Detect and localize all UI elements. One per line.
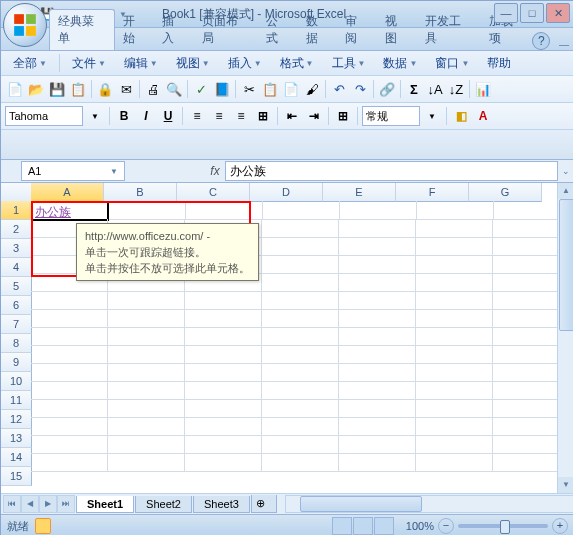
sheet-tab-2[interactable]: Sheet2 [135, 496, 192, 513]
cell[interactable] [108, 345, 185, 364]
name-box[interactable]: A1▼ [21, 161, 125, 181]
macro-record-icon[interactable] [35, 518, 51, 534]
font-color-icon[interactable]: A [473, 106, 493, 126]
menu-view[interactable]: 视图▼ [168, 53, 218, 74]
vscroll-thumb[interactable] [559, 199, 573, 331]
cell[interactable] [185, 363, 262, 382]
underline-button[interactable]: U [158, 106, 178, 126]
cell[interactable] [416, 435, 493, 454]
zoom-out-icon[interactable]: − [438, 518, 454, 534]
merge-icon[interactable]: ⊞ [253, 106, 273, 126]
cell[interactable] [339, 345, 416, 364]
new-icon[interactable]: 📄 [5, 79, 25, 99]
cell[interactable] [339, 273, 416, 292]
print-icon[interactable]: 🖨 [143, 79, 163, 99]
cell[interactable] [31, 399, 108, 418]
research-icon[interactable]: 📘 [212, 79, 232, 99]
menu-file[interactable]: 文件▼ [64, 53, 114, 74]
cell[interactable] [339, 399, 416, 418]
col-header-g[interactable]: G [469, 183, 542, 202]
cell[interactable] [108, 309, 185, 328]
minimize-button[interactable]: — [494, 3, 518, 23]
cell[interactable] [263, 201, 340, 220]
cell[interactable] [31, 291, 108, 310]
tab-review[interactable]: 审阅 [337, 10, 377, 50]
undo-icon[interactable]: ↶ [329, 79, 349, 99]
col-header-b[interactable]: B [104, 183, 177, 202]
row-header-11[interactable]: 11 [1, 391, 32, 410]
tab-home[interactable]: 开始 [115, 10, 155, 50]
cell[interactable] [262, 435, 339, 454]
cell-a1[interactable]: 办公族 [31, 201, 109, 221]
cell[interactable] [262, 381, 339, 400]
cell[interactable] [262, 237, 339, 256]
cell[interactable] [417, 201, 494, 220]
row-header-13[interactable]: 13 [1, 429, 32, 448]
cell[interactable] [185, 417, 262, 436]
row-header-8[interactable]: 8 [1, 334, 32, 353]
cell[interactable] [416, 255, 493, 274]
cell[interactable] [262, 417, 339, 436]
zoom-level[interactable]: 100% [406, 520, 434, 532]
menu-format[interactable]: 格式▼ [272, 53, 322, 74]
menu-insert[interactable]: 插入▼ [220, 53, 270, 74]
new-sheet-icon[interactable]: ⊕ [251, 495, 277, 513]
fill-color-icon[interactable]: ◧ [451, 106, 471, 126]
format-painter-icon[interactable]: 🖌 [302, 79, 322, 99]
preview-icon[interactable]: 🔍 [164, 79, 184, 99]
save-icon[interactable]: 💾 [47, 79, 67, 99]
cell[interactable] [262, 399, 339, 418]
cell[interactable] [339, 219, 416, 238]
autosum-icon[interactable]: Σ [404, 79, 424, 99]
cell[interactable] [416, 309, 493, 328]
col-header-a[interactable]: A [31, 183, 104, 203]
cell[interactable] [262, 309, 339, 328]
page-layout-view-icon[interactable] [353, 517, 373, 535]
align-right-icon[interactable]: ≡ [231, 106, 251, 126]
cell[interactable] [108, 399, 185, 418]
cell[interactable] [185, 381, 262, 400]
cell[interactable] [416, 453, 493, 472]
format-dropdown-icon[interactable]: ▼ [422, 106, 442, 126]
cell[interactable] [339, 255, 416, 274]
horizontal-scrollbar[interactable] [285, 495, 573, 513]
scroll-up-icon[interactable]: ▲ [558, 183, 573, 199]
cell[interactable] [416, 363, 493, 382]
col-header-e[interactable]: E [323, 183, 396, 202]
cell[interactable] [416, 381, 493, 400]
zoom-in-icon[interactable]: + [552, 518, 568, 534]
cell[interactable] [416, 219, 493, 238]
maximize-button[interactable]: □ [520, 3, 544, 23]
cell[interactable] [185, 309, 262, 328]
cell[interactable] [416, 237, 493, 256]
vertical-scrollbar[interactable]: ▲ ▼ [557, 183, 573, 493]
paste-icon[interactable]: 📄 [281, 79, 301, 99]
hscroll-thumb[interactable] [300, 496, 422, 512]
row-header-12[interactable]: 12 [1, 410, 32, 429]
hyperlink-a1[interactable]: 办公族 [35, 205, 71, 219]
row-header-2[interactable]: 2 [1, 220, 32, 239]
formula-input[interactable]: 办公族 [225, 161, 558, 181]
cell[interactable] [31, 453, 108, 472]
cell[interactable] [262, 453, 339, 472]
cell[interactable] [416, 399, 493, 418]
col-header-c[interactable]: C [177, 183, 250, 202]
cell[interactable] [416, 291, 493, 310]
office-button[interactable] [3, 3, 47, 47]
indent-increase-icon[interactable]: ⇥ [304, 106, 324, 126]
cell[interactable] [262, 327, 339, 346]
tab-data[interactable]: 数据 [298, 10, 338, 50]
cell[interactable] [262, 255, 339, 274]
cell[interactable] [340, 201, 417, 220]
cell[interactable] [186, 201, 263, 220]
align-left-icon[interactable]: ≡ [187, 106, 207, 126]
font-name-box[interactable]: Tahoma [5, 106, 83, 126]
sheet-nav-first-icon[interactable]: ⏮ [3, 495, 21, 513]
saveas-icon[interactable]: 📋 [68, 79, 88, 99]
cell[interactable] [108, 417, 185, 436]
normal-view-icon[interactable] [332, 517, 352, 535]
sheet-nav-prev-icon[interactable]: ◀ [21, 495, 39, 513]
cell[interactable] [339, 417, 416, 436]
menu-edit[interactable]: 编辑▼ [116, 53, 166, 74]
spell-icon[interactable]: ✓ [191, 79, 211, 99]
